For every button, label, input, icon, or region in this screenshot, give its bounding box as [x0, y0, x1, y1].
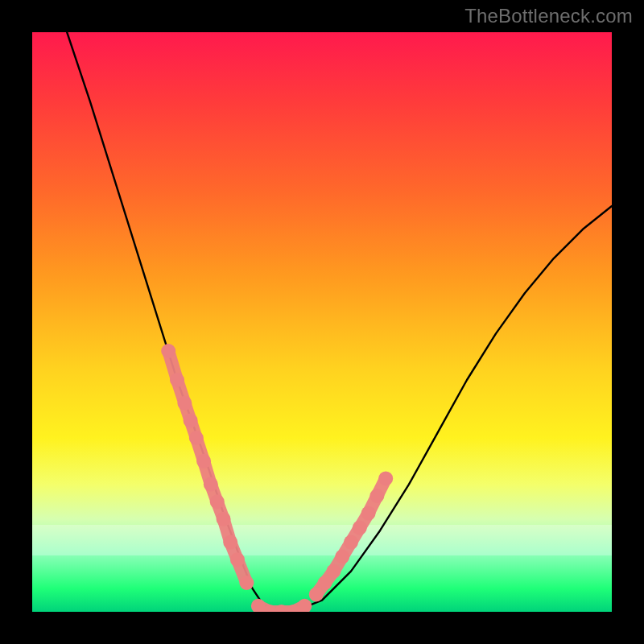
- marker-dot: [353, 521, 367, 535]
- marker-dot: [369, 489, 384, 503]
- marker-layer: [161, 344, 393, 612]
- marker-dot: [210, 494, 225, 509]
- marker-dot: [177, 396, 192, 411]
- marker-dot: [335, 550, 349, 564]
- marker-dot: [361, 506, 376, 521]
- bottleneck-curve: [67, 32, 612, 612]
- marker-dot: [309, 587, 324, 601]
- plot-area: [32, 32, 612, 612]
- marker-dot: [204, 477, 218, 492]
- marker-dot: [318, 576, 332, 590]
- marker-dot: [170, 373, 184, 387]
- chart-frame: TheBottleneck.com: [0, 0, 644, 644]
- watermark-text: TheBottleneck.com: [464, 5, 633, 27]
- marker-dot: [378, 471, 393, 485]
- marker-dot: [161, 344, 175, 358]
- marker-dot: [189, 431, 204, 445]
- chart-svg: [32, 32, 612, 612]
- marker-dot: [344, 535, 358, 550]
- marker-dot: [196, 454, 211, 469]
- marker-dot: [239, 576, 254, 590]
- marker-dot: [297, 599, 312, 612]
- marker-dot: [230, 552, 245, 567]
- marker-dot: [184, 413, 198, 427]
- marker-dot: [217, 512, 231, 526]
- marker-dot: [326, 564, 341, 579]
- marker-dot: [223, 535, 237, 550]
